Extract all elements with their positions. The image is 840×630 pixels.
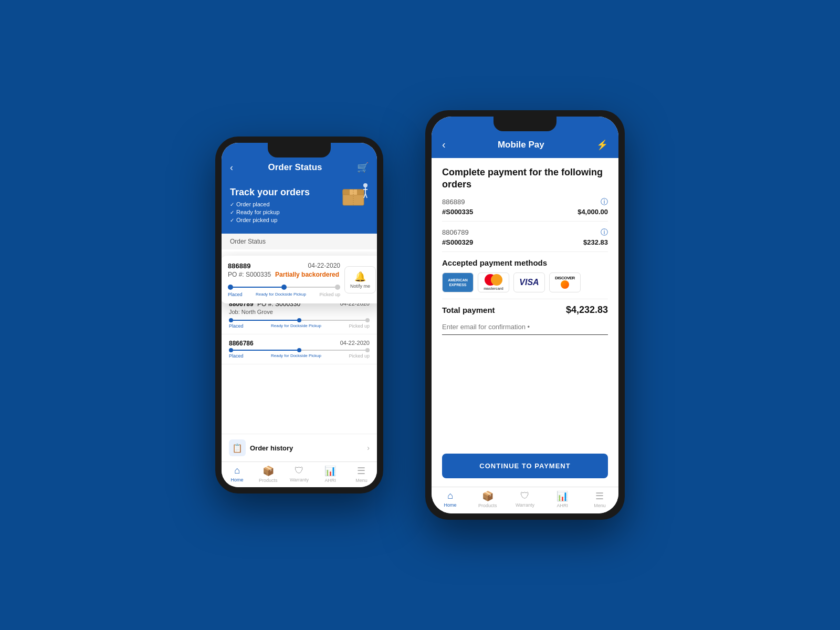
p2-main-title: Complete payment for the following order… [442, 166, 608, 191]
warranty-icon-p1: 🛡 [295, 465, 304, 476]
order-job-2: Job: North Grove [229, 309, 370, 315]
info-icon-2[interactable]: ⓘ [601, 228, 608, 237]
tracker-label-end: Picked up [319, 292, 340, 297]
tracker-dot-mid [281, 285, 287, 290]
popup-info: 886889 04-22-2020 PO #: S000335 Partiall… [228, 262, 340, 297]
notch-1 [268, 143, 331, 158]
discover-circle [561, 280, 569, 289]
total-label: Total payment [442, 306, 495, 314]
p2-title: Mobile Pay [498, 140, 544, 150]
mini-line-4 [301, 320, 365, 321]
notify-label: Notify me [350, 284, 370, 289]
payment-methods-section: Accepted payment methods AMERICANEXPRESS [442, 258, 608, 292]
home-icon-p2: ⌂ [447, 490, 453, 501]
visa-card: VISA [513, 272, 545, 292]
order-history-bar[interactable]: 📋 Order history › [222, 434, 377, 461]
ahri-icon-p1: 📊 [324, 465, 336, 477]
email-input[interactable] [442, 323, 608, 331]
lightning-icon: ⚡ [596, 139, 608, 151]
section-label: Order Status [222, 234, 377, 249]
popup-status: Partially backordered [275, 271, 339, 280]
nav-ahri-label-p2: AHRI [556, 503, 568, 508]
history-icon: 📋 [229, 439, 246, 456]
bell-icon: 🔔 [354, 271, 366, 282]
popup-card: 886889 04-22-2020 PO #: S000335 Partiall… [222, 256, 377, 303]
p2-order-amount-2: $232.83 [583, 238, 608, 246]
svg-point-4 [363, 183, 368, 187]
nav-ahri-p1[interactable]: 📊 AHRI [315, 465, 346, 483]
nav-menu-p1[interactable]: ☰ Menu [346, 465, 377, 483]
notch-2 [494, 117, 556, 131]
nav-warranty-p2[interactable]: 🛡 Warranty [506, 490, 543, 508]
p2-bottom-nav: ⌂ Home 📦 Products 🛡 Warranty 📊 AHRI ☰ Me… [432, 487, 618, 513]
nav-warranty-label-p2: Warranty [516, 502, 534, 508]
mc-orange-circle [491, 274, 502, 286]
mini-label-mid-2: Ready for Dockside Pickup [271, 323, 321, 329]
history-arrow-icon: › [367, 444, 370, 452]
phone-1: ‹ Order Status 🛒 Track your orders Order… [215, 136, 383, 494]
nav-menu-label-p1: Menu [355, 478, 368, 483]
hero-item-3: Order picked up [230, 217, 369, 223]
order-item-3[interactable]: 8866786 04-22-2020 Placed Ready for Dock… [222, 334, 377, 364]
nav-warranty-p1[interactable]: 🛡 Warranty [284, 465, 314, 483]
nav-menu-label-p2: Menu [594, 503, 606, 508]
nav-warranty-label-p1: Warranty [290, 477, 309, 482]
p2-order-1: 886889 ⓘ #S000335 $4,000.00 [442, 197, 608, 222]
mini-line-3 [233, 320, 297, 321]
tracker-dot-end [335, 285, 340, 290]
amex-card: AMERICANEXPRESS [442, 272, 474, 292]
nav-home-p1[interactable]: ⌂ Home [222, 465, 253, 483]
p2-order-id-2: 8806789 [442, 228, 469, 236]
mini-dot-end-3 [365, 348, 370, 352]
mini-label-placed-2: Placed [229, 323, 244, 329]
discover-card: DISCOVER [549, 272, 581, 292]
continue-to-payment-button[interactable]: CONTINUE TO PAYMENT [442, 454, 608, 478]
back-button-p1[interactable]: ‹ [230, 162, 233, 173]
email-input-wrapper [442, 322, 608, 335]
p2-order-id-1: 886889 [442, 198, 465, 206]
mastercard-card: mastercard [478, 272, 509, 292]
mini-label-mid-3: Ready for Dockside Pickup [271, 353, 321, 359]
p1-title: Order Status [268, 162, 322, 173]
total-amount: $4,232.83 [566, 304, 608, 316]
info-icon-1[interactable]: ⓘ [601, 197, 608, 207]
nav-home-label-p2: Home [444, 502, 457, 508]
nav-products-p2[interactable]: 📦 Products [469, 490, 506, 508]
phone-2: ‹ Mobile Pay ⚡ Complete payment for the … [425, 110, 625, 520]
total-row: Total payment $4,232.83 [442, 299, 608, 316]
nav-menu-p2[interactable]: ☰ Menu [581, 490, 618, 508]
ahri-icon-p2: 📊 [556, 490, 568, 502]
order-history-left: 📋 Order history [229, 439, 293, 456]
payment-cards: AMERICANEXPRESS mastercard VISA [442, 272, 608, 292]
popup-po: PO #: S000335 [228, 271, 271, 278]
svg-line-8 [365, 194, 367, 198]
p1-hero: Track your orders Order placed Ready for… [222, 182, 377, 234]
home-icon-p1: ⌂ [234, 465, 240, 476]
nav-ahri-p2[interactable]: 📊 AHRI [544, 490, 581, 508]
notify-button[interactable]: 🔔 Notify me [344, 266, 376, 293]
mini-label-placed-3: Placed [229, 353, 244, 359]
popup-order-id: 886889 [228, 262, 250, 270]
mini-dot-end-2 [365, 318, 370, 322]
mini-label-end-3: Picked up [349, 353, 370, 359]
mini-dot-mid-2 [297, 318, 301, 322]
tracker-label-mid: Ready for Dockside Pickup [256, 292, 306, 297]
nav-products-p1[interactable]: 📦 Products [253, 465, 284, 483]
p2-order-po-2: #S000329 [442, 238, 473, 246]
nav-home-p2[interactable]: ⌂ Home [432, 490, 469, 508]
history-label: Order history [250, 444, 293, 452]
p2-order-po-1: #S000335 [442, 208, 473, 216]
p1-bottom-nav: ⌂ Home 📦 Products 🛡 Warranty 📊 AHRI ☰ Me… [222, 461, 377, 487]
payment-methods-title: Accepted payment methods [442, 258, 608, 267]
cart-button-p1[interactable]: 🛒 [357, 162, 369, 173]
p2-order-2: 8806789 ⓘ #S000329 $232.83 [442, 228, 608, 252]
warranty-icon-p2: 🛡 [520, 490, 530, 501]
p2-content: Complete payment for the following order… [432, 158, 618, 487]
nav-ahri-label-p1: AHRI [324, 478, 336, 483]
back-button-p2[interactable]: ‹ [442, 139, 446, 151]
tracker-line-2 [287, 287, 335, 288]
spacer [442, 341, 608, 447]
mini-line-6 [301, 350, 365, 351]
nav-products-label-p1: Products [259, 478, 278, 483]
package-icon [335, 179, 372, 208]
